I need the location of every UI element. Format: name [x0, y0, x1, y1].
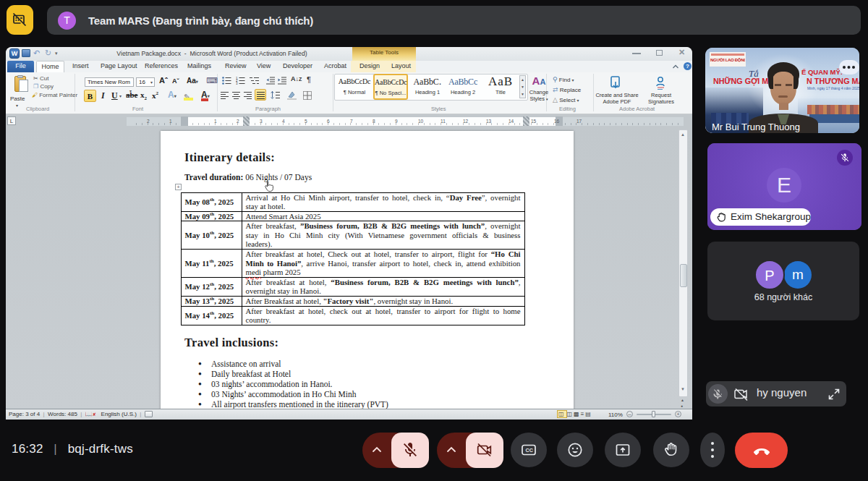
svg-text:3: 3 [236, 82, 238, 85]
svg-text:CC: CC [526, 448, 533, 453]
